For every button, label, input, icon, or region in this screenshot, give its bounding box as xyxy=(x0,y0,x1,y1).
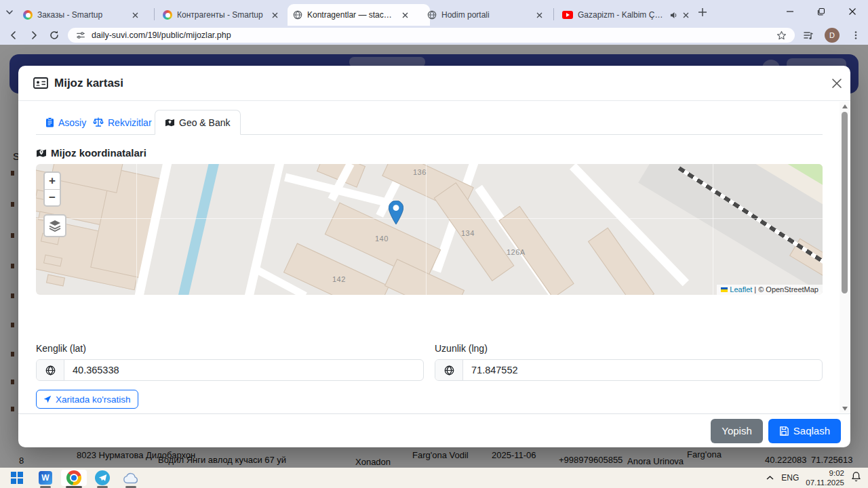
scroll-up-icon[interactable] xyxy=(842,103,848,110)
reload-button[interactable] xyxy=(46,27,62,43)
zoom-in-button[interactable]: + xyxy=(45,173,60,190)
notifications-bell-icon[interactable] xyxy=(851,471,861,485)
zoom-out-button[interactable]: − xyxy=(45,190,60,206)
lng-input-group xyxy=(435,359,823,381)
tab-title: Hodim portali xyxy=(441,10,528,20)
show-on-map-label: Xaritada ko'rsatish xyxy=(56,394,131,405)
profile-avatar[interactable]: D xyxy=(825,28,840,43)
ukraine-flag-icon xyxy=(721,287,728,292)
close-button[interactable]: Yopish xyxy=(711,419,763,443)
map-attribution: Leaflet | © OpenStreetMap xyxy=(717,285,823,295)
tab-audio-icon[interactable] xyxy=(670,12,677,19)
tray-date: 07.11.2025 xyxy=(806,479,844,487)
show-on-map-button[interactable]: Xaritada ko'rsatish xyxy=(36,390,138,409)
cloud-icon xyxy=(123,472,139,484)
tab-title: Контрагенты - Smartup xyxy=(177,10,264,20)
window-minimize-button[interactable] xyxy=(774,0,806,23)
start-button[interactable] xyxy=(4,470,30,486)
map-label-126A: 126A xyxy=(507,248,526,256)
site-settings-icon[interactable] xyxy=(76,30,85,40)
taskbar-telegram[interactable] xyxy=(90,470,115,486)
map-canal xyxy=(176,164,221,295)
layers-icon xyxy=(48,220,62,232)
map-label-140: 140 xyxy=(375,235,389,243)
osm-link[interactable]: © OpenStreetMap xyxy=(758,285,818,293)
tab-separator xyxy=(154,8,155,20)
modal-close-icon[interactable] xyxy=(828,75,846,92)
map-zoom-control: + − xyxy=(43,171,61,207)
browser-tab-strip: Заказы - Smartup Контрагенты - Smartup K… xyxy=(0,0,868,26)
forward-button[interactable] xyxy=(26,27,42,43)
media-controls-icon[interactable] xyxy=(800,27,816,43)
globe-icon xyxy=(37,360,64,380)
tab-title: Заказы - Smartup xyxy=(37,10,124,20)
map-icon xyxy=(165,118,175,127)
save-button[interactable]: Saqlash xyxy=(768,419,841,443)
tab-separator xyxy=(553,8,554,20)
browser-tab-kontragentlar-active[interactable]: Kontragentlar — stacked moda xyxy=(288,4,430,26)
window-maximize-button[interactable] xyxy=(806,0,837,23)
lng-input[interactable] xyxy=(463,360,822,380)
id-card-icon xyxy=(33,77,48,89)
taskbar-cloud-app[interactable] xyxy=(118,470,144,486)
navigation-icon xyxy=(43,395,52,403)
leaflet-link[interactable]: Leaflet xyxy=(730,285,752,293)
scroll-down-icon[interactable] xyxy=(842,405,848,411)
modal-title: Mijoz kartasi xyxy=(54,77,123,90)
modal-scrollbar[interactable] xyxy=(840,102,850,413)
tab-label: Geo & Bank xyxy=(179,117,231,128)
tab-close-icon[interactable] xyxy=(399,9,410,20)
map-label-142: 142 xyxy=(332,275,346,283)
system-tray: ENG 9:02 07.11.2025 xyxy=(766,468,868,488)
attribution-separator: | xyxy=(754,285,756,293)
lat-input-group xyxy=(36,359,424,381)
scrollbar-thumb[interactable] xyxy=(842,112,848,293)
modal-tab-geo-bank[interactable]: Geo & Bank xyxy=(155,110,241,135)
clock[interactable]: 9:02 07.11.2025 xyxy=(806,468,844,488)
telegram-icon xyxy=(95,470,110,485)
save-icon xyxy=(779,426,789,436)
map-gridline xyxy=(136,164,137,295)
map-gridline xyxy=(36,218,823,219)
browser-tab-youtube[interactable]: Gazapizm - Kalbim Çukurda xyxy=(557,4,699,26)
tab-close-icon[interactable] xyxy=(130,9,140,20)
bookmark-star-icon[interactable] xyxy=(776,30,787,41)
globe-favicon xyxy=(293,10,302,20)
address-bar[interactable]: daily-suvi.com/19l/public/mijozlar.php xyxy=(68,28,795,43)
map[interactable]: 136 140 134 126A 142 + − Leaflet | © Ope… xyxy=(36,164,823,295)
map-location-icon xyxy=(36,148,47,158)
browser-tab-kontragenty[interactable]: Контрагенты - Smartup xyxy=(157,4,294,26)
modal-footer: Yopish Saqlash xyxy=(18,413,850,447)
taskbar-word[interactable] xyxy=(33,470,58,486)
url-text: daily-suvi.com/19l/public/mijozlar.php xyxy=(92,30,231,40)
browser-tab-zakazy[interactable]: Заказы - Smartup xyxy=(18,4,161,26)
avatar-initial: D xyxy=(829,31,835,39)
map-label-136: 136 xyxy=(413,168,427,176)
new-tab-button[interactable] xyxy=(697,7,708,20)
tab-close-icon[interactable] xyxy=(680,9,691,20)
map-marker-pin[interactable] xyxy=(389,201,403,227)
section-heading: Mijoz koordinatalari xyxy=(36,147,146,159)
map-label-134: 134 xyxy=(461,229,475,237)
tab-close-icon[interactable] xyxy=(269,9,280,20)
browser-tab-hodim[interactable]: Hodim portali xyxy=(422,4,561,26)
browser-menu-icon[interactable] xyxy=(848,27,864,43)
tray-expand-icon[interactable] xyxy=(766,472,774,484)
language-indicator[interactable]: ENG xyxy=(781,473,799,483)
chrome-icon xyxy=(66,470,81,485)
window-close-button[interactable] xyxy=(837,0,868,23)
tab-title: Kontragentlar — stacked moda xyxy=(307,10,394,20)
tab-close-icon[interactable] xyxy=(534,9,545,20)
smartup-favicon xyxy=(163,10,172,20)
lat-input[interactable] xyxy=(64,360,423,380)
modal-tab-rekvizitlar[interactable]: Rekvizitlar xyxy=(83,110,161,135)
taskbar-chrome[interactable] xyxy=(61,470,87,486)
tab-search-chevron-icon[interactable] xyxy=(5,7,14,20)
back-button[interactable] xyxy=(5,27,22,43)
tab-title: Gazapizm - Kalbim Çukurda xyxy=(578,10,665,20)
map-layers-button[interactable] xyxy=(43,214,66,237)
map-gridline xyxy=(426,164,427,295)
tab-label: Rekvizitlar xyxy=(108,117,152,128)
map-building xyxy=(46,274,65,286)
windows-logo-icon xyxy=(11,472,23,484)
